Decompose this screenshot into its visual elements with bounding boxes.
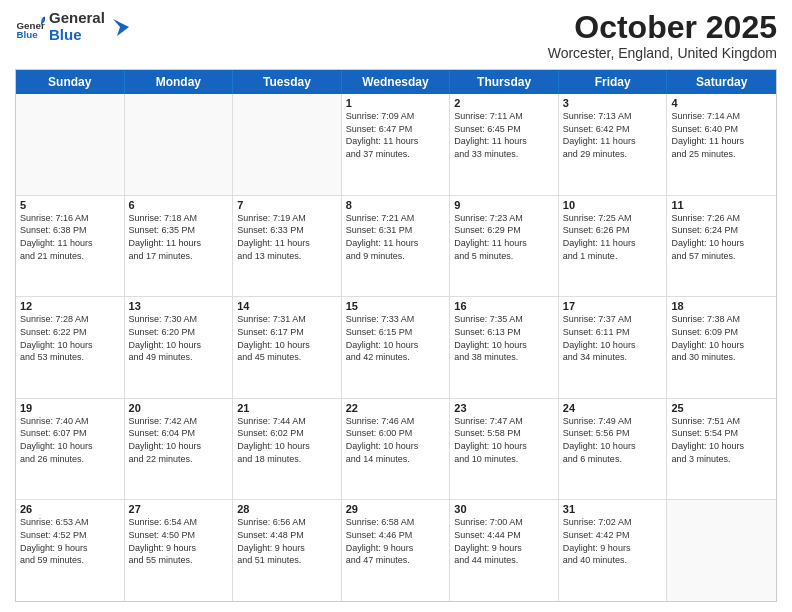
day-cell: 15Sunrise: 7:33 AM Sunset: 6:15 PM Dayli… <box>342 297 451 398</box>
day-cell: 27Sunrise: 6:54 AM Sunset: 4:50 PM Dayli… <box>125 500 234 601</box>
day-number: 9 <box>454 199 554 211</box>
day-info: Sunrise: 7:13 AM Sunset: 6:42 PM Dayligh… <box>563 110 663 160</box>
day-info: Sunrise: 7:47 AM Sunset: 5:58 PM Dayligh… <box>454 415 554 465</box>
day-header: Wednesday <box>342 70 451 94</box>
logo: General Blue General Blue <box>15 10 131 43</box>
day-info: Sunrise: 7:46 AM Sunset: 6:00 PM Dayligh… <box>346 415 446 465</box>
day-header: Friday <box>559 70 668 94</box>
day-cell: 10Sunrise: 7:25 AM Sunset: 6:26 PM Dayli… <box>559 196 668 297</box>
day-cell: 1Sunrise: 7:09 AM Sunset: 6:47 PM Daylig… <box>342 94 451 195</box>
day-number: 6 <box>129 199 229 211</box>
day-info: Sunrise: 7:16 AM Sunset: 6:38 PM Dayligh… <box>20 212 120 262</box>
day-number: 17 <box>563 300 663 312</box>
logo-general-text: General <box>49 10 105 27</box>
week-row: 5Sunrise: 7:16 AM Sunset: 6:38 PM Daylig… <box>16 195 776 297</box>
day-info: Sunrise: 7:31 AM Sunset: 6:17 PM Dayligh… <box>237 313 337 363</box>
day-number: 20 <box>129 402 229 414</box>
day-header: Saturday <box>667 70 776 94</box>
day-info: Sunrise: 7:38 AM Sunset: 6:09 PM Dayligh… <box>671 313 772 363</box>
title-block: October 2025 Worcester, England, United … <box>548 10 777 61</box>
day-info: Sunrise: 6:54 AM Sunset: 4:50 PM Dayligh… <box>129 516 229 566</box>
day-cell: 4Sunrise: 7:14 AM Sunset: 6:40 PM Daylig… <box>667 94 776 195</box>
day-info: Sunrise: 7:19 AM Sunset: 6:33 PM Dayligh… <box>237 212 337 262</box>
day-headers: SundayMondayTuesdayWednesdayThursdayFrid… <box>16 70 776 94</box>
day-number: 4 <box>671 97 772 109</box>
day-number: 18 <box>671 300 772 312</box>
day-cell: 19Sunrise: 7:40 AM Sunset: 6:07 PM Dayli… <box>16 399 125 500</box>
day-number: 26 <box>20 503 120 515</box>
day-info: Sunrise: 7:28 AM Sunset: 6:22 PM Dayligh… <box>20 313 120 363</box>
day-number: 28 <box>237 503 337 515</box>
day-info: Sunrise: 7:09 AM Sunset: 6:47 PM Dayligh… <box>346 110 446 160</box>
day-number: 30 <box>454 503 554 515</box>
week-row: 26Sunrise: 6:53 AM Sunset: 4:52 PM Dayli… <box>16 499 776 601</box>
day-number: 19 <box>20 402 120 414</box>
day-cell: 25Sunrise: 7:51 AM Sunset: 5:54 PM Dayli… <box>667 399 776 500</box>
day-number: 27 <box>129 503 229 515</box>
day-cell: 31Sunrise: 7:02 AM Sunset: 4:42 PM Dayli… <box>559 500 668 601</box>
week-row: 19Sunrise: 7:40 AM Sunset: 6:07 PM Dayli… <box>16 398 776 500</box>
day-info: Sunrise: 7:30 AM Sunset: 6:20 PM Dayligh… <box>129 313 229 363</box>
day-number: 13 <box>129 300 229 312</box>
day-cell: 5Sunrise: 7:16 AM Sunset: 6:38 PM Daylig… <box>16 196 125 297</box>
day-cell: 22Sunrise: 7:46 AM Sunset: 6:00 PM Dayli… <box>342 399 451 500</box>
day-number: 15 <box>346 300 446 312</box>
day-cell: 9Sunrise: 7:23 AM Sunset: 6:29 PM Daylig… <box>450 196 559 297</box>
day-number: 16 <box>454 300 554 312</box>
empty-day-cell <box>233 94 342 195</box>
day-cell: 14Sunrise: 7:31 AM Sunset: 6:17 PM Dayli… <box>233 297 342 398</box>
svg-text:Blue: Blue <box>17 28 39 39</box>
day-number: 24 <box>563 402 663 414</box>
day-header: Monday <box>125 70 234 94</box>
day-info: Sunrise: 6:58 AM Sunset: 4:46 PM Dayligh… <box>346 516 446 566</box>
day-info: Sunrise: 7:26 AM Sunset: 6:24 PM Dayligh… <box>671 212 772 262</box>
empty-day-cell <box>125 94 234 195</box>
day-number: 31 <box>563 503 663 515</box>
day-cell: 8Sunrise: 7:21 AM Sunset: 6:31 PM Daylig… <box>342 196 451 297</box>
day-cell: 6Sunrise: 7:18 AM Sunset: 6:35 PM Daylig… <box>125 196 234 297</box>
day-cell: 30Sunrise: 7:00 AM Sunset: 4:44 PM Dayli… <box>450 500 559 601</box>
day-cell: 2Sunrise: 7:11 AM Sunset: 6:45 PM Daylig… <box>450 94 559 195</box>
day-info: Sunrise: 6:56 AM Sunset: 4:48 PM Dayligh… <box>237 516 337 566</box>
logo-icon: General Blue <box>15 12 45 42</box>
day-number: 21 <box>237 402 337 414</box>
day-cell: 24Sunrise: 7:49 AM Sunset: 5:56 PM Dayli… <box>559 399 668 500</box>
calendar: SundayMondayTuesdayWednesdayThursdayFrid… <box>15 69 777 602</box>
day-number: 7 <box>237 199 337 211</box>
day-number: 14 <box>237 300 337 312</box>
day-info: Sunrise: 7:44 AM Sunset: 6:02 PM Dayligh… <box>237 415 337 465</box>
day-number: 5 <box>20 199 120 211</box>
day-number: 3 <box>563 97 663 109</box>
empty-day-cell <box>16 94 125 195</box>
day-info: Sunrise: 7:14 AM Sunset: 6:40 PM Dayligh… <box>671 110 772 160</box>
day-number: 12 <box>20 300 120 312</box>
day-number: 23 <box>454 402 554 414</box>
day-info: Sunrise: 7:49 AM Sunset: 5:56 PM Dayligh… <box>563 415 663 465</box>
empty-day-cell <box>667 500 776 601</box>
day-header: Thursday <box>450 70 559 94</box>
day-cell: 26Sunrise: 6:53 AM Sunset: 4:52 PM Dayli… <box>16 500 125 601</box>
header: General Blue General Blue October 2025 W… <box>15 10 777 61</box>
day-cell: 7Sunrise: 7:19 AM Sunset: 6:33 PM Daylig… <box>233 196 342 297</box>
day-info: Sunrise: 7:37 AM Sunset: 6:11 PM Dayligh… <box>563 313 663 363</box>
day-cell: 23Sunrise: 7:47 AM Sunset: 5:58 PM Dayli… <box>450 399 559 500</box>
day-info: Sunrise: 7:40 AM Sunset: 6:07 PM Dayligh… <box>20 415 120 465</box>
day-cell: 29Sunrise: 6:58 AM Sunset: 4:46 PM Dayli… <box>342 500 451 601</box>
day-info: Sunrise: 7:11 AM Sunset: 6:45 PM Dayligh… <box>454 110 554 160</box>
day-cell: 12Sunrise: 7:28 AM Sunset: 6:22 PM Dayli… <box>16 297 125 398</box>
day-cell: 28Sunrise: 6:56 AM Sunset: 4:48 PM Dayli… <box>233 500 342 601</box>
calendar-body: 1Sunrise: 7:09 AM Sunset: 6:47 PM Daylig… <box>16 94 776 601</box>
day-info: Sunrise: 7:02 AM Sunset: 4:42 PM Dayligh… <box>563 516 663 566</box>
svg-marker-4 <box>113 19 129 36</box>
month-title: October 2025 <box>548 10 777 45</box>
day-info: Sunrise: 7:42 AM Sunset: 6:04 PM Dayligh… <box>129 415 229 465</box>
day-number: 25 <box>671 402 772 414</box>
day-number: 8 <box>346 199 446 211</box>
day-number: 29 <box>346 503 446 515</box>
day-number: 1 <box>346 97 446 109</box>
logo-arrow-icon <box>109 16 131 38</box>
day-info: Sunrise: 6:53 AM Sunset: 4:52 PM Dayligh… <box>20 516 120 566</box>
day-cell: 17Sunrise: 7:37 AM Sunset: 6:11 PM Dayli… <box>559 297 668 398</box>
location: Worcester, England, United Kingdom <box>548 45 777 61</box>
day-info: Sunrise: 7:35 AM Sunset: 6:13 PM Dayligh… <box>454 313 554 363</box>
